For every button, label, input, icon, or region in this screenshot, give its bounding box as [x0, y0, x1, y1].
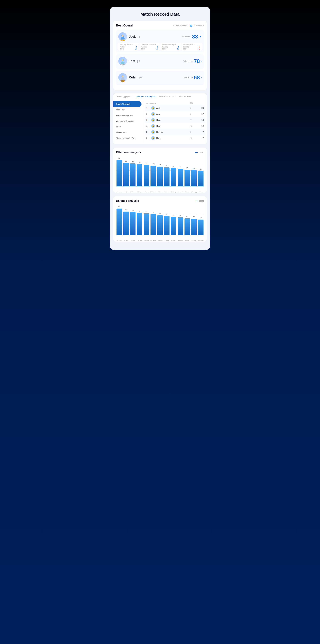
rank-player-name: Clark [156, 119, 161, 121]
event-level-label: Event level 8 [176, 24, 187, 27]
bar: 83 [137, 164, 142, 186]
total-score-label-cole: Total score [183, 76, 193, 79]
rank-score-jack: 23 [197, 107, 204, 109]
bar-item: 68 [170, 160, 177, 186]
bar-item: 62 [184, 160, 190, 186]
cat-shoot[interactable]: Shoot [113, 124, 143, 130]
header-name: name [151, 102, 190, 104]
best-overall-title: Best Overall [116, 24, 134, 27]
stat-mistake-foul: Mistake |Foul › ranking 9 score -8 [182, 43, 202, 51]
bar-value-label: 81 [146, 162, 147, 164]
chart-label: 03 Clark [136, 240, 143, 242]
bar-value-label: 78 [152, 163, 154, 164]
total-score-label-tom: Total score [183, 60, 193, 62]
bar-item: 88 [123, 160, 129, 186]
defense-legend-label: score [199, 200, 204, 202]
tab-running-physical[interactable]: Running| physical [115, 94, 134, 100]
bar-item: 83 [136, 208, 143, 235]
rank-score-hank: 7 [197, 137, 204, 139]
rank-player-name: Cole [156, 125, 160, 127]
defense-chart-title: Defense analysis [116, 199, 139, 202]
bar-value-label: 58 [200, 168, 202, 170]
bar: 99 [117, 208, 122, 235]
score-area-jack: Total score 88 ▼ [181, 34, 202, 40]
bar-value-label: 71 [166, 165, 168, 166]
bar: 83 [137, 213, 142, 235]
bar: 74 [157, 166, 163, 186]
player-top-tom: TOP 2 Tom | 9 Total score 78 › [118, 57, 202, 66]
rank-badge-jack: TOP 1 [120, 40, 125, 41]
analysis-body: Break Through Killer Pass Precise Long P… [113, 100, 207, 142]
analysis-tabs: Running| physical Offensive analysis Def… [113, 94, 207, 100]
table-row: 5 😊 Dennis 3 7 [145, 129, 205, 135]
player-row-cole[interactable]: TOP 3 Cole | 16 Total score 68 › [116, 71, 204, 85]
svg-point-11 [121, 78, 125, 80]
cat-breakthrough[interactable]: Break Through [113, 101, 142, 107]
tab-mistake-foul[interactable]: Mistake |Foul [178, 94, 193, 100]
chart-label: 11 Hank [157, 191, 163, 193]
rank-num-1: 1 [146, 107, 151, 110]
chart-label: 11 Hank [157, 240, 163, 242]
bar-item: 83 [136, 160, 143, 186]
header-no: NO [190, 102, 197, 104]
bar-item: 99 [116, 160, 123, 186]
total-score-tom: 78 [194, 58, 200, 64]
bar: 78 [151, 214, 156, 235]
bar-value-label: 86 [132, 210, 134, 211]
main-card: Match Record Data Best Overall 🛡 Event l… [110, 7, 210, 250]
defense-bars: 99888683817874716866626158 [116, 208, 204, 235]
svg-point-9 [123, 60, 123, 60]
svg-point-6 [121, 62, 125, 64]
bar-item: 81 [143, 208, 150, 235]
cat-attacking-penalty[interactable]: Attacking Penalty Area [113, 135, 143, 141]
svg-point-14 [123, 76, 123, 77]
rank-avatar-alan: 😊 [151, 112, 155, 116]
bar: 66 [178, 169, 183, 186]
cat-wonderful-stopping[interactable]: Wonderful Stopping [113, 118, 143, 124]
svg-point-3 [122, 36, 122, 36]
bar: 81 [144, 214, 149, 235]
bar-value-label: 66 [179, 215, 181, 216]
bar: 99 [117, 160, 122, 186]
chart-label: 19 Tom [197, 191, 204, 193]
offensive-bars: 99888683817874716866626158 [116, 160, 204, 186]
rank-name-alan: 😊 Alan [151, 112, 190, 116]
cat-killer-pass[interactable]: Killer Pass [113, 107, 143, 112]
event-level-item: 🛡 Event level 8 [173, 24, 187, 27]
player-left-tom: TOP 2 Tom | 9 [118, 57, 140, 66]
player-row-jack[interactable]: TOP 1 Jack | 6 Total score 88 ▼ Running … [116, 30, 204, 52]
player-left-cole: TOP 3 Cole | 16 [118, 73, 142, 82]
global-rank-label: Global Rank [193, 24, 204, 27]
bar-value-label: 71 [166, 214, 168, 215]
chart-label: 13 Alan [123, 191, 129, 193]
chart-label: 18 Hardy [197, 240, 204, 242]
player-number-cole: | 16 [138, 76, 142, 79]
chevron-down-icon-jack: ▼ [199, 35, 202, 38]
cat-threat-shot[interactable]: Threat Shot [113, 130, 143, 135]
table-row: 6 😊 Hank 10 7 [145, 135, 205, 141]
cat-precise-long-pass[interactable]: Precise Long Pass [113, 112, 143, 118]
bar-value-label: 86 [132, 161, 134, 162]
bar-item: 66 [177, 160, 184, 186]
bar-item: 62 [184, 208, 190, 235]
chart-label: 18 Hardy [163, 191, 170, 193]
shield-icon: 🛡 [173, 24, 175, 27]
bar: 62 [184, 170, 190, 186]
avatar-cole: TOP 3 [118, 73, 127, 82]
tab-offensive-analysis[interactable]: Offensive analysis [134, 94, 158, 100]
player-info-cole: Cole | 16 [129, 76, 142, 79]
tab-defensive-analysis[interactable]: Defensive analysis [158, 94, 178, 100]
player-name-jack: Jack [129, 35, 136, 38]
bar-value-label: 61 [193, 216, 195, 218]
avatar-jack: TOP 1 [118, 32, 127, 41]
rank-badge-cole: TOP 3 [120, 80, 125, 82]
rank-no-dennis: 3 [190, 131, 197, 133]
player-row-tom[interactable]: TOP 2 Tom | 9 Total score 78 › [116, 54, 204, 69]
rank-num-2: 2 [146, 113, 151, 115]
chart-label: 06 Jack [116, 191, 123, 193]
legend-line-icon [195, 152, 198, 152]
chart-label: 19 Tom [177, 240, 184, 242]
bar: 74 [157, 215, 163, 235]
rank-num-4: 4 [146, 125, 151, 127]
svg-point-8 [122, 60, 122, 60]
